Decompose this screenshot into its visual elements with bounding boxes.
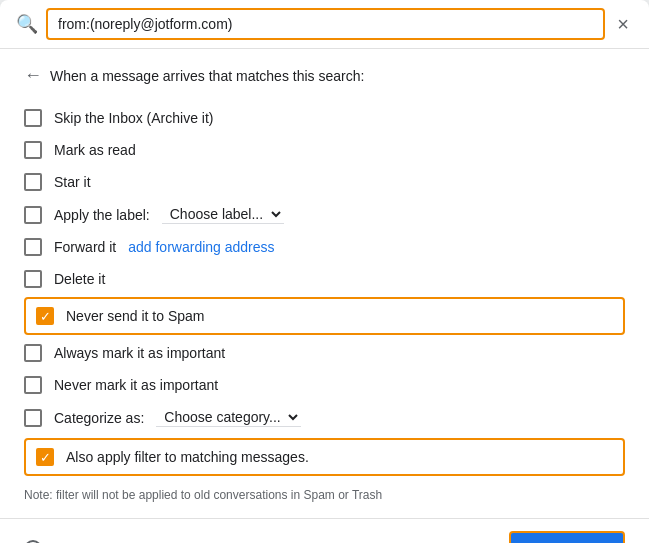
choose-label-select[interactable]: Choose label... [162,205,284,224]
checkbox-also-apply[interactable]: ✓ [36,448,54,466]
filter-item-apply-label: Apply the label: Choose label... [24,198,625,231]
filter-item-never-spam: ✓ Never send it to Spam [24,297,625,335]
filter-item-categorize: Categorize as: Choose category... [24,401,625,434]
category-dropdown: Choose category... [156,408,301,427]
filter-list: Skip the Inbox (Archive it) Mark as read… [24,102,625,476]
checkbox-categorize[interactable] [24,409,42,427]
checkbox-never-spam[interactable]: ✓ [36,307,54,325]
label-never-important: Never mark it as important [54,377,218,393]
checkbox-never-important[interactable] [24,376,42,394]
search-input[interactable] [46,8,605,40]
footer: ? Learn more Create filter [0,518,649,543]
label-delete: Delete it [54,271,105,287]
label-skip-inbox: Skip the Inbox (Archive it) [54,110,214,126]
search-bar: 🔍 × [0,0,649,49]
label-apply-label: Apply the label: [54,207,150,223]
checkbox-mark-read[interactable] [24,141,42,159]
note-text: Note: filter will not be applied to old … [24,488,625,502]
filter-item-forward: Forward it add forwarding address [24,231,625,263]
subtitle: When a message arrives that matches this… [50,68,364,84]
label-always-important: Always mark it as important [54,345,225,361]
checkbox-delete[interactable] [24,270,42,288]
checkbox-star[interactable] [24,173,42,191]
filter-item-delete: Delete it [24,263,625,295]
label-never-spam: Never send it to Spam [66,308,205,324]
search-icon: 🔍 [16,13,38,35]
label-also-apply: Also apply filter to matching messages. [66,449,309,465]
content-area: ← When a message arrives that matches th… [0,49,649,518]
also-apply-checkmark-icon: ✓ [40,451,51,464]
add-forwarding-link[interactable]: add forwarding address [128,239,274,255]
checkbox-skip-inbox[interactable] [24,109,42,127]
back-arrow[interactable]: ← [24,65,42,86]
checkbox-always-important[interactable] [24,344,42,362]
label-forward: Forward it [54,239,116,255]
checkmark-icon: ✓ [40,310,51,323]
choose-category-select[interactable]: Choose category... [156,408,301,427]
label-star: Star it [54,174,91,190]
create-filter-button[interactable]: Create filter [509,531,625,543]
filter-item-always-important: Always mark it as important [24,337,625,369]
filter-item-star: Star it [24,166,625,198]
close-icon: × [617,13,629,36]
filter-item-never-important: Never mark it as important [24,369,625,401]
label-categorize: Categorize as: [54,410,144,426]
filter-dialog: 🔍 × ← When a message arrives that matche… [0,0,649,543]
label-dropdown: Choose label... [162,205,284,224]
checkbox-apply-label[interactable] [24,206,42,224]
label-mark-read: Mark as read [54,142,136,158]
close-button[interactable]: × [613,9,633,40]
filter-item-skip-inbox: Skip the Inbox (Archive it) [24,102,625,134]
checkbox-forward[interactable] [24,238,42,256]
filter-item-also-apply: ✓ Also apply filter to matching messages… [24,438,625,476]
back-row: ← When a message arrives that matches th… [24,65,625,86]
filter-item-mark-read: Mark as read [24,134,625,166]
